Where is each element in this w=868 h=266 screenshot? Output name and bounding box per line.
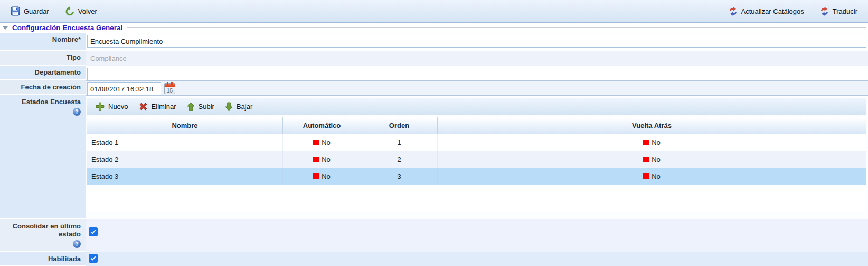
cell-orden: 3: [361, 168, 438, 185]
help-icon[interactable]: ?: [73, 108, 81, 116]
cell-automatico-value: No: [322, 172, 331, 180]
departamento-input[interactable]: [87, 68, 866, 80]
red-flag-icon: [313, 157, 319, 162]
nombre-input[interactable]: [87, 35, 866, 48]
cell-automatico: No: [283, 134, 361, 151]
collapse-triangle-icon[interactable]: [3, 26, 8, 30]
delete-state-label: Eliminar: [152, 103, 176, 111]
column-header-orden[interactable]: Orden: [361, 117, 438, 134]
grid-header: Nombre Automático Orden Vuelta Atrás: [87, 117, 866, 134]
new-state-label: Nuevo: [108, 103, 128, 111]
translate-button-label: Traducir: [833, 7, 857, 15]
calendar-icon-day: 15: [165, 88, 175, 94]
back-button-label: Volver: [78, 7, 97, 15]
form-row-habilitada: Habilitada: [0, 252, 868, 266]
cell-nombre: Estado 1: [87, 134, 283, 151]
delete-state-button[interactable]: Eliminar: [135, 100, 181, 113]
cell-vuelta-value: No: [652, 172, 661, 180]
save-button[interactable]: Guardar: [7, 5, 52, 17]
cell-orden: 2: [361, 151, 438, 168]
form-row-departamento: Departamento: [0, 66, 868, 80]
cell-orden: 1: [361, 134, 438, 151]
cell-automatico-value: No: [322, 139, 331, 146]
cell-vuelta-atras: No: [438, 168, 866, 185]
cell-vuelta-atras: No: [438, 151, 866, 168]
fecha-label: Fecha de creación: [0, 80, 86, 95]
form-row-fecha: Fecha de creación 15: [0, 80, 868, 95]
survey-config-page: Guardar Volver Actualizar Catálogos Trad…: [0, 0, 868, 266]
nombre-label: Nombre*: [0, 33, 86, 51]
check-icon: [90, 255, 97, 262]
fecha-input[interactable]: [87, 82, 161, 95]
cell-nombre: Estado 3: [87, 168, 283, 185]
consolidar-label-cell: Consolidar en último estado ?: [0, 219, 86, 252]
refresh-icon: [729, 7, 738, 16]
cell-vuelta-value: No: [652, 155, 661, 163]
cell-vuelta-value: No: [652, 139, 661, 146]
column-header-automatico[interactable]: Automático: [283, 117, 361, 134]
cell-vuelta-atras: No: [438, 134, 866, 151]
cell-automatico: No: [283, 151, 361, 168]
tipo-value: Compliance: [86, 51, 868, 62]
table-row[interactable]: Estado 2 No 2 No: [87, 151, 866, 168]
calendar-icon-top: [165, 84, 175, 87]
table-row-selected[interactable]: Estado 3 No 3 No: [87, 168, 866, 185]
column-header-vuelta-atras[interactable]: Vuelta Atrás: [438, 117, 866, 134]
arrow-down-icon: [225, 102, 233, 111]
form-row-estados: Estados Encuesta ? Nuevo: [0, 95, 868, 219]
translate-button[interactable]: Traducir: [817, 5, 861, 17]
consolidar-checkbox[interactable]: [89, 227, 98, 236]
consolidar-label: Consolidar en último estado: [2, 222, 81, 238]
grid-body: Estado 1 No 1 No: [87, 134, 866, 212]
cell-automatico: No: [283, 168, 361, 185]
table-row[interactable]: Estado 1 No 1 No: [87, 134, 866, 151]
form-row-tipo: Tipo Compliance: [0, 51, 868, 66]
estados-label-cell: Estados Encuesta ?: [0, 95, 86, 219]
arrow-up-icon: [187, 102, 195, 111]
floppy-disk-icon: [11, 6, 20, 16]
red-flag-icon: [313, 140, 319, 145]
habilitada-checkbox[interactable]: [89, 254, 98, 263]
cell-nombre: Estado 2: [87, 151, 283, 168]
new-state-button[interactable]: Nuevo: [91, 100, 133, 113]
section-rule: [127, 27, 866, 28]
save-button-label: Guardar: [24, 7, 49, 15]
tipo-label: Tipo: [0, 51, 86, 66]
help-icon[interactable]: ?: [73, 240, 81, 248]
estados-toolbar: Nuevo Eliminar: [87, 98, 866, 115]
red-flag-icon: [643, 173, 649, 179]
refresh-icon: [820, 7, 829, 16]
section-title: Configuración Encuesta General: [12, 24, 122, 32]
back-button[interactable]: Volver: [62, 5, 100, 17]
column-header-nombre[interactable]: Nombre: [87, 117, 283, 134]
survey-form: Nombre* Tipo Compliance Departamento Fec…: [0, 33, 868, 266]
back-arrow-icon: [65, 6, 74, 16]
update-catalogs-label: Actualizar Catálogos: [741, 7, 804, 15]
red-flag-icon: [643, 157, 649, 162]
form-row-consolidar: Consolidar en último estado ?: [0, 219, 868, 252]
red-flag-icon: [643, 140, 649, 145]
estados-panel: Nuevo Eliminar: [87, 98, 866, 212]
red-flag-icon: [313, 173, 319, 179]
update-catalogs-button[interactable]: Actualizar Catálogos: [725, 5, 807, 17]
top-toolbar: Guardar Volver Actualizar Catálogos Trad…: [0, 0, 868, 23]
move-down-label: Bajar: [237, 103, 252, 111]
estados-grid: Nombre Automático Orden Vuelta Atrás Est…: [87, 117, 866, 212]
red-cross-icon: [139, 102, 148, 111]
section-header: Configuración Encuesta General: [0, 23, 868, 33]
move-down-button[interactable]: Bajar: [221, 100, 257, 113]
habilitada-label: Habilitada: [0, 252, 86, 266]
calendar-icon[interactable]: 15: [164, 83, 175, 94]
cell-automatico-value: No: [322, 155, 331, 163]
estados-label: Estados Encuesta: [22, 98, 81, 106]
check-icon: [90, 228, 97, 235]
departamento-label: Departamento: [0, 66, 86, 80]
plus-icon: [96, 102, 105, 111]
form-row-nombre: Nombre*: [0, 33, 868, 51]
move-up-button[interactable]: Subir: [183, 100, 219, 113]
move-up-label: Subir: [199, 103, 214, 111]
